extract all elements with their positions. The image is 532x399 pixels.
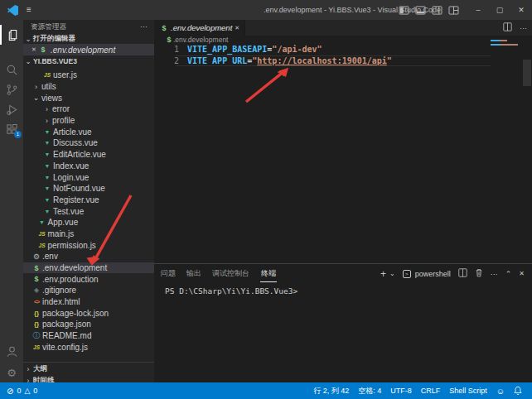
tree-item-user.js[interactable]: JSuser.js	[23, 70, 154, 81]
tab-terminal[interactable]: 终端	[260, 265, 277, 282]
open-editor-item[interactable]: ✕ $ .env.development	[23, 44, 154, 55]
encoding[interactable]: UTF-8	[390, 387, 412, 395]
code-editor[interactable]: 1VITE_APP_BASEAPI="/api-dev"2VITE_APP_UR…	[154, 44, 532, 263]
tree-item-App.vue[interactable]: ▼App.vue	[23, 217, 154, 228]
tree-item-README.md[interactable]: ⓘREADME.md	[23, 330, 154, 342]
tree-item-package.json[interactable]: {}package.json	[23, 319, 154, 330]
outline-header[interactable]: › 大纲	[23, 363, 154, 374]
tree-item-label: permission.js	[48, 241, 96, 250]
search-icon[interactable]	[0, 60, 23, 79]
panel-more-icon[interactable]: ···	[491, 270, 498, 278]
tab-output[interactable]: 输出	[186, 268, 201, 279]
new-terminal-icon[interactable]: +	[380, 268, 386, 280]
tab-env-development[interactable]: $ .env.development ✕	[154, 20, 245, 36]
chevron-right-icon: ›	[23, 365, 33, 373]
timeline-header[interactable]: › 时间线	[23, 375, 154, 382]
cursor-position[interactable]: 行 2, 列 42	[313, 386, 349, 397]
breadcrumb[interactable]: $ .env.development	[154, 36, 532, 44]
menu-icon[interactable]: ≡	[27, 0, 31, 20]
tree-item-utils[interactable]: ›utils	[23, 81, 154, 93]
tree-item-Discuss.vue[interactable]: ▼Discuss.vue	[23, 137, 154, 149]
project-root-header[interactable]: ⌄ YI.BBS.VUE3	[23, 55, 154, 66]
indentation[interactable]: 空格: 4	[358, 386, 381, 397]
tree-item-permission.js[interactable]: JSpermission.js	[23, 239, 154, 251]
minimize-button[interactable]: –	[467, 0, 489, 20]
sidebar-more-icon[interactable]: ···	[140, 20, 148, 33]
tab-problems[interactable]: 问题	[161, 268, 176, 279]
toggle-panel-icon[interactable]	[415, 6, 426, 15]
tree-item-label: README.md	[42, 331, 91, 340]
split-terminal-icon[interactable]	[458, 268, 467, 279]
terminal-prompt[interactable]: PS D:\CSharp\Yi\Yi.BBS.Vue3>	[165, 286, 297, 296]
kill-terminal-icon[interactable]	[475, 268, 483, 279]
vue-file-icon: ▼	[42, 197, 52, 203]
tree-item-.env.development[interactable]: $.env.development	[23, 262, 154, 274]
tree-item-label: .env	[42, 252, 58, 261]
code-line-1[interactable]: 1VITE_APP_BASEAPI="/api-dev"	[154, 44, 532, 55]
chevron-down-icon: ⌄	[23, 35, 33, 43]
tree-item-views[interactable]: ⌄views	[23, 92, 154, 103]
tree-item-Test.vue[interactable]: ▼Test.vue	[23, 205, 154, 217]
tree-item-.env.production[interactable]: $.env.production	[23, 273, 154, 285]
eol-sequence[interactable]: CRLF	[421, 387, 441, 395]
tree-item-label: utils	[41, 82, 56, 91]
customize-layout-icon[interactable]	[448, 6, 459, 15]
terminal-dropdown-icon[interactable]: ⌄	[389, 270, 395, 277]
extensions-icon[interactable]: 1	[0, 119, 23, 139]
js-file-icon: JS	[37, 243, 47, 248]
tree-item-.gitignore[interactable]: ◈.gitignore	[23, 285, 154, 296]
close-panel-icon[interactable]: ✕	[519, 270, 525, 277]
scrollbar[interactable]	[523, 60, 531, 86]
maximize-panel-icon[interactable]: ⌃	[505, 270, 512, 278]
tree-item-Register.vue[interactable]: ▼Register.vue	[23, 195, 154, 206]
json-file-icon: {}	[31, 310, 41, 317]
title-bar: ≡ .env.development - Yi.BBS.Vue3 - Visua…	[0, 0, 532, 20]
vue-file-icon: ▼	[42, 151, 52, 157]
line-content: VITE_APP_URL="http://localhost:19001/api…	[187, 56, 392, 65]
split-editor-icon[interactable]	[503, 22, 512, 33]
editor-more-icon[interactable]: ···	[520, 24, 527, 32]
open-editor-label: .env.development	[51, 46, 115, 55]
chevron-right-icon: ›	[42, 105, 51, 113]
url-link[interactable]: http://localhost:19001/api	[257, 56, 387, 65]
tree-item-Index.vue[interactable]: ▼Index.vue	[23, 161, 154, 172]
tab-debug-console[interactable]: 调试控制台	[212, 268, 249, 279]
account-icon[interactable]	[0, 341, 23, 361]
tree-item-Article.vue[interactable]: ▼Article.vue	[23, 126, 154, 137]
toggle-sidebar-icon[interactable]	[399, 6, 409, 15]
language-mode[interactable]: Shell Script	[449, 387, 487, 395]
tree-item-vite.config.js[interactable]: JSvite.config.js	[23, 342, 154, 353]
explorer-icon[interactable]	[0, 25, 23, 45]
problems-status[interactable]: ⊘ 0 △ 0	[7, 387, 37, 396]
toggle-secondary-sidebar-icon[interactable]	[432, 6, 443, 15]
shell-name[interactable]: powershell	[415, 270, 451, 278]
code-line-2[interactable]: 2VITE_APP_URL="http://localhost:19001/ap…	[154, 55, 532, 67]
powershell-icon: >	[403, 270, 411, 278]
tree-item-.env[interactable]: ⚙.env	[23, 251, 154, 262]
tree-item-error[interactable]: ›error	[23, 103, 154, 115]
line-number: 1	[154, 45, 179, 54]
tree-item-EditArticle.vue[interactable]: ▼EditArticle.vue	[23, 149, 154, 161]
tree-item-package-lock.json[interactable]: {}package-lock.json	[23, 307, 154, 319]
tree-item-Login.vue[interactable]: ▼Login.vue	[23, 171, 154, 183]
settings-gear-icon[interactable]: ⚙	[0, 363, 23, 382]
tree-item-label: user.js	[53, 70, 77, 79]
close-button[interactable]: ✕	[510, 0, 532, 20]
tab-close-icon[interactable]: ✕	[235, 25, 239, 31]
feedback-icon[interactable]: ☺	[496, 387, 505, 396]
tree-item-main.js[interactable]: JSmain.js	[23, 228, 154, 240]
tree-item-profile[interactable]: ›profile	[23, 115, 154, 127]
open-editors-header[interactable]: ⌄ 打开的编辑器	[23, 33, 154, 44]
file-tree: JSuser.js›utils⌄views›error›profile▼Arti…	[23, 70, 154, 353]
tree-item-NotFound.vue[interactable]: ▼NotFound.vue	[23, 183, 154, 195]
source-control-icon[interactable]	[0, 79, 23, 99]
notifications-bell-icon[interactable]	[514, 386, 522, 397]
close-icon[interactable]: ✕	[30, 46, 38, 53]
vue-file-icon: ▼	[42, 185, 52, 191]
maximize-button[interactable]: ▢	[489, 0, 510, 20]
run-debug-icon[interactable]	[0, 99, 23, 119]
minimap[interactable]	[489, 38, 520, 88]
tree-item-index.html[interactable]: <>index.html	[23, 296, 154, 308]
line-number: 2	[154, 56, 179, 65]
js-file-icon: JS	[42, 72, 52, 78]
